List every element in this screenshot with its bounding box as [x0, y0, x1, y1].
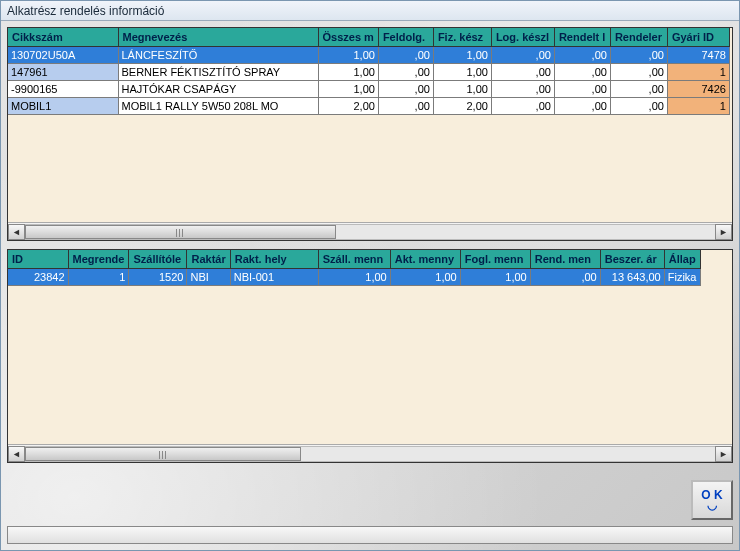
cell-value: ,00 [610, 80, 667, 97]
cell-value: ,00 [491, 46, 554, 63]
cell-megnevezes: BERNER FÉKTISZTÍTÓ SPRAY [118, 63, 318, 80]
column-header[interactable]: Rendelt l [554, 28, 610, 46]
bottom-toolbar: O K ◡ [7, 478, 733, 522]
cell-value: 1 [667, 63, 729, 80]
window-title: Alkatrész rendelés információ [1, 1, 739, 21]
cell-value: 1,00 [318, 80, 378, 97]
cell-value: 1 [667, 97, 729, 114]
column-header[interactable]: Akt. menny [390, 250, 460, 268]
cell-value: ,00 [554, 80, 610, 97]
cell-value: ,00 [610, 63, 667, 80]
cell-value: 23842 [8, 268, 68, 285]
column-header[interactable]: Rend. men [530, 250, 600, 268]
cell-value: ,00 [554, 46, 610, 63]
smile-icon: ◡ [707, 501, 717, 511]
column-header[interactable]: Feldolg. [378, 28, 433, 46]
column-header[interactable]: Raktár [187, 250, 230, 268]
cell-value: ,00 [378, 80, 433, 97]
table-row[interactable]: 147961BERNER FÉKTISZTÍTÓ SPRAY1,00,001,0… [8, 63, 729, 80]
cell-megnevezes: HAJTÓKAR CSAPÁGY [118, 80, 318, 97]
cell-value: NBI [187, 268, 230, 285]
cell-value: Fizika [664, 268, 700, 285]
column-header[interactable]: Száll. menn [318, 250, 390, 268]
parts-grid-panel: CikkszámMegnevezésÖsszes mFeldolg.Fiz. k… [7, 27, 733, 241]
cell-value: ,00 [378, 63, 433, 80]
column-header[interactable]: Fiz. kész [433, 28, 491, 46]
column-header[interactable]: Rakt. hely [230, 250, 318, 268]
cell-value: ,00 [491, 63, 554, 80]
cell-value: 1,00 [318, 268, 390, 285]
scroll-right-icon[interactable]: ► [715, 446, 732, 462]
column-header[interactable]: Fogl. menn [460, 250, 530, 268]
column-header[interactable]: Beszer. ár [600, 250, 664, 268]
cell-cikkszam: -9900165 [8, 80, 118, 97]
column-header[interactable]: Megnevezés [118, 28, 318, 46]
column-header[interactable]: Rendeler [610, 28, 667, 46]
status-bar [7, 526, 733, 544]
cell-value: 7478 [667, 46, 729, 63]
cell-value: ,00 [610, 46, 667, 63]
table-row[interactable]: 130702U50ALÁNCFESZÍTŐ1,00,001,00,00,00,0… [8, 46, 729, 63]
table-row[interactable]: 2384211520NBINBI-0011,001,001,00,0013 64… [8, 268, 700, 285]
cell-cikkszam: 147961 [8, 63, 118, 80]
cell-value: ,00 [554, 97, 610, 114]
cell-value: 1,00 [433, 63, 491, 80]
order-grid-hscroll[interactable]: ◄ ► [8, 444, 732, 462]
cell-value: ,00 [491, 80, 554, 97]
cell-value: ,00 [491, 97, 554, 114]
scroll-right-icon[interactable]: ► [715, 224, 732, 240]
cell-value: 2,00 [433, 97, 491, 114]
cell-value: 1520 [129, 268, 187, 285]
cell-value: 1 [68, 268, 129, 285]
order-grid[interactable]: IDMegrendeSzállítóleRaktárRakt. helySzál… [8, 250, 701, 286]
column-header[interactable]: Megrende [68, 250, 129, 268]
column-header[interactable]: Összes m [318, 28, 378, 46]
column-header[interactable]: Log. készl [491, 28, 554, 46]
column-header[interactable]: ID [8, 250, 68, 268]
cell-value: 7426 [667, 80, 729, 97]
cell-value: 1,00 [318, 63, 378, 80]
cell-value: 1,00 [390, 268, 460, 285]
cell-megnevezes: LÁNCFESZÍTŐ [118, 46, 318, 63]
cell-value: NBI-001 [230, 268, 318, 285]
cell-value: ,00 [378, 97, 433, 114]
cell-value: 1,00 [318, 46, 378, 63]
order-grid-panel: IDMegrendeSzállítóleRaktárRakt. helySzál… [7, 249, 733, 463]
column-header[interactable]: Cikkszám [8, 28, 118, 46]
cell-cikkszam: MOBIL1 [8, 97, 118, 114]
parts-grid-hscroll[interactable]: ◄ ► [8, 222, 732, 240]
cell-value: ,00 [610, 97, 667, 114]
table-row[interactable]: MOBIL1MOBIL1 RALLY 5W50 208L MO2,00,002,… [8, 97, 729, 114]
cell-value: ,00 [378, 46, 433, 63]
column-header[interactable]: Állap [664, 250, 700, 268]
cell-value: ,00 [554, 63, 610, 80]
cell-value: ,00 [530, 268, 600, 285]
cell-value: 1,00 [433, 46, 491, 63]
scroll-left-icon[interactable]: ◄ [8, 446, 25, 462]
cell-value: 2,00 [318, 97, 378, 114]
cell-value: 13 643,00 [600, 268, 664, 285]
scroll-left-icon[interactable]: ◄ [8, 224, 25, 240]
cell-megnevezes: MOBIL1 RALLY 5W50 208L MO [118, 97, 318, 114]
column-header[interactable]: Szállítóle [129, 250, 187, 268]
parts-grid[interactable]: CikkszámMegnevezésÖsszes mFeldolg.Fiz. k… [8, 28, 730, 115]
cell-value: 1,00 [433, 80, 491, 97]
ok-button[interactable]: O K ◡ [691, 480, 733, 520]
column-header[interactable]: Gyári ID [667, 28, 729, 46]
table-row[interactable]: -9900165HAJTÓKAR CSAPÁGY1,00,001,00,00,0… [8, 80, 729, 97]
cell-cikkszam: 130702U50A [8, 46, 118, 63]
cell-value: 1,00 [460, 268, 530, 285]
